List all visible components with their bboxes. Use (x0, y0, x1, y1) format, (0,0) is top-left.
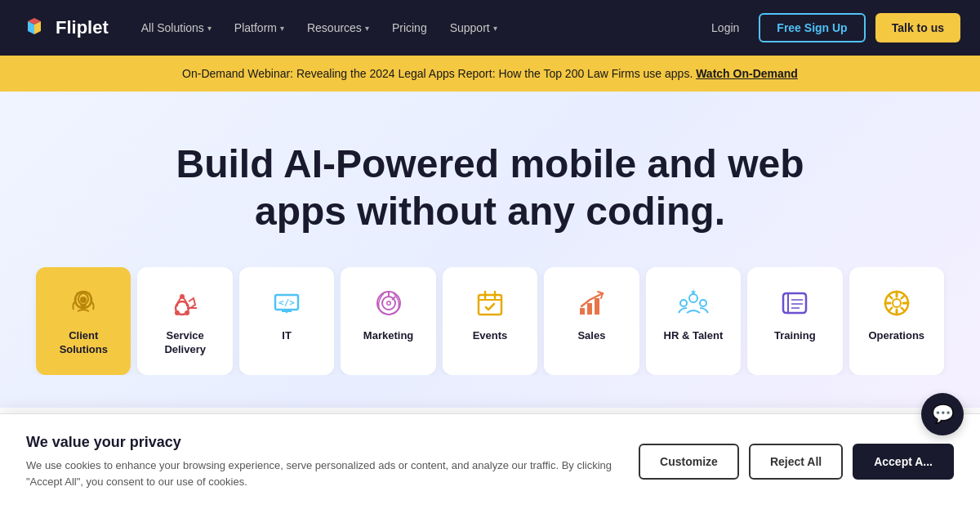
cat-card-operations[interactable]: Operations (849, 267, 944, 375)
category-cards: Client Solutions Service Delivery </> (20, 267, 960, 375)
client-solutions-icon (65, 285, 101, 321)
nav-item-platform[interactable]: Platform ▾ (225, 15, 294, 41)
svg-point-33 (700, 300, 706, 306)
cat-card-training[interactable]: Training (747, 267, 842, 375)
it-label: IT (282, 329, 292, 343)
talk-to-us-button[interactable]: Talk to us (875, 13, 960, 42)
svg-text:</>: </> (278, 297, 295, 308)
svg-rect-29 (587, 303, 592, 315)
events-label: Events (473, 329, 508, 343)
login-button[interactable]: Login (702, 15, 749, 41)
operations-icon (879, 285, 915, 321)
svg-point-31 (689, 294, 697, 302)
marketing-icon (371, 285, 407, 321)
nav-item-all-solutions[interactable]: All Solutions ▾ (131, 15, 221, 41)
it-icon: </> (269, 285, 305, 321)
svg-line-48 (889, 308, 892, 311)
svg-point-23 (387, 302, 390, 305)
cat-card-hr-talent[interactable]: HR & Talent (646, 267, 741, 375)
nav-links: All Solutions ▾ Platform ▾ Resources ▾ P… (131, 15, 695, 41)
cat-card-service-delivery[interactable]: Service Delivery (137, 267, 232, 375)
events-icon (472, 285, 508, 321)
svg-point-6 (82, 298, 85, 301)
cat-card-client-solutions[interactable]: Client Solutions (36, 267, 131, 375)
nav-item-pricing[interactable]: Pricing (382, 15, 437, 41)
sales-icon (573, 285, 609, 321)
nav-actions: Login Free Sign Up Talk to us (702, 13, 960, 42)
svg-rect-28 (580, 308, 585, 315)
svg-rect-24 (479, 295, 501, 315)
chevron-down-icon: ▾ (493, 24, 497, 33)
service-delivery-label: Service Delivery (152, 329, 217, 357)
svg-point-40 (893, 299, 901, 307)
chevron-down-icon: ▾ (365, 24, 369, 33)
training-label: Training (774, 329, 816, 343)
hero-section: Build AI-Powered mobile and web apps wit… (0, 92, 980, 408)
free-signup-button[interactable]: Free Sign Up (759, 13, 865, 42)
svg-point-14 (175, 310, 180, 315)
logo[interactable]: Fliplet (20, 13, 109, 42)
nav-item-resources[interactable]: Resources ▾ (297, 15, 379, 41)
operations-label: Operations (868, 329, 924, 343)
navbar: Fliplet All Solutions ▾ Platform ▾ Resou… (0, 0, 980, 56)
service-delivery-icon (167, 285, 203, 321)
cat-card-marketing[interactable]: Marketing (341, 267, 435, 375)
svg-line-46 (901, 308, 904, 311)
chevron-down-icon: ▾ (280, 24, 284, 33)
svg-point-32 (680, 300, 687, 306)
svg-line-47 (901, 295, 904, 298)
chat-icon: 💬 (932, 404, 954, 408)
client-solutions-label: Client Solutions (51, 329, 116, 357)
sales-label: Sales (577, 329, 605, 343)
cat-card-events[interactable]: Events (443, 267, 537, 375)
announcement-banner: On-Demand Webinar: Revealing the 2024 Le… (0, 56, 980, 92)
marketing-label: Marketing (363, 329, 413, 343)
cat-card-it[interactable]: </> IT (239, 267, 334, 375)
nav-item-support[interactable]: Support ▾ (440, 15, 507, 41)
hr-talent-label: HR & Talent (664, 329, 724, 343)
logo-text: Fliplet (56, 17, 109, 38)
svg-line-45 (889, 295, 892, 298)
svg-point-13 (180, 294, 185, 299)
hero-heading: Build AI-Powered mobile and web apps wit… (172, 141, 808, 234)
chevron-down-icon: ▾ (207, 24, 212, 33)
logo-icon (20, 13, 49, 42)
svg-point-15 (185, 310, 189, 315)
cat-card-sales[interactable]: Sales (544, 267, 639, 375)
svg-rect-30 (595, 298, 599, 315)
hr-talent-icon (675, 285, 711, 321)
training-icon (777, 285, 813, 321)
watch-on-demand-link[interactable]: Watch On-Demand (696, 67, 798, 80)
